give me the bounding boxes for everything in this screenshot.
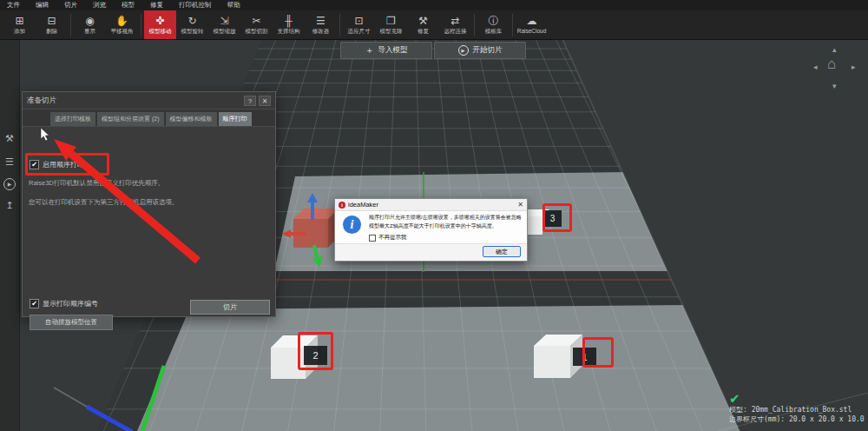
menu-item-slice[interactable]: 切片 bbox=[64, 1, 77, 10]
checkbox-checked-icon: ✔ bbox=[30, 299, 39, 308]
home-icon[interactable]: ⌂ bbox=[827, 56, 836, 73]
toolbar-button-rotate[interactable]: ↻ 模型旋转 bbox=[176, 10, 208, 39]
toolbar-label-delete: 删除 bbox=[46, 28, 57, 34]
toolbar-label-move: 模型移动 bbox=[149, 28, 172, 34]
origin-axis-tail bbox=[54, 388, 87, 407]
model-name: 20mm_Calibration_Box.stl bbox=[752, 406, 852, 414]
dialog-tabs: 选择打印模板 模型组和分层设置 (2) 模型偏移和模板 顺序打印 bbox=[23, 109, 275, 127]
toolbar-button-scale[interactable]: ⇲ 模型缩放 bbox=[208, 10, 240, 39]
tab-sequential-printing[interactable]: 顺序打印 bbox=[219, 112, 252, 126]
toolbar-label-show: 显示 bbox=[84, 28, 95, 34]
plus-icon: ＋ bbox=[365, 44, 374, 56]
warning-message-line-1: 顺序打印只允许主喷嘴/左喷嘴设置，多喷嘴相关的设置将会被忽略， bbox=[369, 214, 523, 222]
auto-arrange-button[interactable]: 自动摆放模型位置 bbox=[30, 315, 113, 330]
view-navigation: ▴ ◂ ⌂ ▸ ▾ bbox=[810, 45, 862, 96]
toolbar-button-move[interactable]: ✜ 模型移动 bbox=[144, 10, 176, 39]
dont-remind-label: 不再提示我 bbox=[378, 234, 407, 242]
hand-pan-icon: ✋ bbox=[115, 16, 128, 27]
ok-button[interactable]: 确定 bbox=[483, 246, 521, 257]
support-icon: ╫ bbox=[285, 16, 293, 27]
toolbar-button-add[interactable]: ⊞ 添加 bbox=[3, 10, 36, 39]
rotate-icon: ↻ bbox=[187, 16, 196, 27]
close-icon[interactable]: ✕ bbox=[517, 201, 523, 209]
menu-item-model[interactable]: 模型 bbox=[122, 1, 135, 10]
selected-model[interactable] bbox=[293, 209, 339, 248]
add-cube-icon: ⊞ bbox=[15, 16, 23, 27]
toolbar-label-modifier: 修改器 bbox=[312, 28, 330, 34]
menu-item-help[interactable]: 帮助 bbox=[227, 1, 240, 10]
toolbar-label-scale: 模型缩放 bbox=[214, 28, 236, 34]
menu-item-repair[interactable]: 修复 bbox=[150, 1, 163, 10]
bbox-value: 20.0 x 20.0 x 10.0 bbox=[789, 415, 865, 423]
toolbar-label-pan: 平移视角 bbox=[111, 28, 134, 34]
toolbar-button-delete[interactable]: ⊟ 删除 bbox=[36, 10, 68, 39]
info-icon: i bbox=[343, 216, 361, 234]
toolbar-separator bbox=[474, 14, 475, 36]
modifier-icon: ☰ bbox=[316, 16, 326, 27]
viewport-action-bar: ＋ 导入模型 ▶ 开始切片 bbox=[340, 42, 526, 59]
warning-title-bar[interactable]: i ideaMaker ✕ bbox=[335, 199, 527, 211]
play-circle-icon[interactable]: ▶ bbox=[3, 178, 16, 190]
toolbar-button-raisecloud[interactable]: ☁ RaiseCloud bbox=[516, 10, 548, 39]
cloud-icon: ☁ bbox=[527, 16, 537, 27]
menu-item-view[interactable]: 浏览 bbox=[93, 1, 106, 10]
toolbar-label-raisecloud: RaiseCloud bbox=[517, 28, 547, 34]
note-line-1: Raise3D打印机默认禁用自定义打印优先顺序。 bbox=[29, 179, 164, 188]
toolbar-button-modifier[interactable]: ☰ 修改器 bbox=[305, 10, 337, 39]
chevron-up-icon[interactable]: ▴ bbox=[832, 45, 837, 54]
toolbar-label-remote: 远程连接 bbox=[444, 28, 467, 34]
warning-dialog: i ideaMaker ✕ i 顺序打印只允许主喷嘴/左喷嘴设置，多喷嘴相关的设… bbox=[334, 198, 528, 262]
list-icon[interactable]: ☰ bbox=[0, 156, 19, 168]
toolbar-button-clone[interactable]: ❐ 模型克隆 bbox=[375, 10, 407, 39]
dialog-title-bar[interactable]: 准备切片 ? ✕ bbox=[23, 92, 275, 109]
help-button[interactable]: ? bbox=[244, 96, 256, 106]
move-icon: ✜ bbox=[155, 16, 164, 27]
toolbar-button-cut[interactable]: ✂ 模型切割 bbox=[240, 10, 273, 39]
toolbar-label-repair: 修复 bbox=[418, 28, 429, 34]
menu-item-printer-control[interactable]: 打印机控制 bbox=[179, 1, 212, 10]
ideamaker-logo-icon: i bbox=[339, 202, 345, 209]
toolbar-label-rotate: 模型旋转 bbox=[181, 28, 204, 34]
remote-icon: ⇄ bbox=[450, 16, 459, 27]
toolbar-label-cut: 模型切割 bbox=[246, 28, 268, 34]
annotation-box-1 bbox=[582, 337, 614, 368]
play-icon: ▶ bbox=[458, 45, 469, 56]
toolbar-separator bbox=[141, 14, 141, 36]
cut-icon: ✂ bbox=[252, 16, 260, 27]
import-model-label: 导入模型 bbox=[378, 45, 408, 56]
menu-item-edit[interactable]: 编辑 bbox=[36, 1, 49, 10]
import-model-button[interactable]: ＋ 导入模型 bbox=[340, 42, 432, 59]
toolbar-button-support[interactable]: ╫ 支撑结构 bbox=[273, 10, 305, 39]
upload-icon[interactable]: ↥ bbox=[0, 200, 19, 211]
chevron-left-icon[interactable]: ◂ bbox=[813, 63, 818, 71]
tab-model-offset-template[interactable]: 模型偏移和模板 bbox=[166, 112, 217, 126]
chevron-down-icon[interactable]: ▾ bbox=[832, 82, 837, 90]
toolbar-button-repair[interactable]: ⚒ 修复 bbox=[407, 10, 439, 39]
dont-remind-checkbox[interactable]: 不再提示我 bbox=[369, 234, 407, 242]
close-icon[interactable]: ✕ bbox=[259, 96, 271, 106]
tab-select-template[interactable]: 选择打印模板 bbox=[50, 112, 95, 126]
show-order-checkbox[interactable]: ✔ 显示打印顺序编号 bbox=[30, 299, 98, 308]
slice-button[interactable]: 切片 bbox=[190, 300, 270, 315]
dialog-title: 准备切片 bbox=[27, 96, 241, 106]
toolbar-button-remote[interactable]: ⇄ 远程连接 bbox=[439, 10, 471, 39]
toolbar-button-pan[interactable]: ✋ 平移视角 bbox=[106, 10, 138, 39]
toolbar-button-show[interactable]: ◉ 显示 bbox=[74, 10, 106, 39]
toolbar-label-fit: 适应尺寸 bbox=[348, 28, 371, 34]
menu-item-file[interactable]: 文件 bbox=[7, 1, 20, 10]
start-slice-button[interactable]: ▶ 开始切片 bbox=[434, 42, 526, 59]
toolbar-label-support: 支撑结构 bbox=[278, 28, 300, 34]
toolbar-button-fit[interactable]: ⊡ 适应尺寸 bbox=[343, 10, 375, 39]
bbox-label: 边界框尺寸(mm): bbox=[729, 415, 785, 423]
chevron-right-icon[interactable]: ▸ bbox=[852, 63, 856, 71]
prepare-slice-dialog: 准备切片 ? ✕ 选择打印模板 模型组和分层设置 (2) 模型偏移和模板 顺序打… bbox=[22, 91, 276, 317]
tab-group-layer-settings[interactable]: 模型组和分层设置 (2) bbox=[97, 112, 164, 126]
checkbox-unchecked-icon bbox=[369, 235, 376, 242]
toolbar-label-clone: 模型克隆 bbox=[380, 28, 403, 34]
fit-icon: ⊡ bbox=[354, 16, 363, 27]
eye-icon: ◉ bbox=[85, 16, 94, 27]
wrench-icon[interactable]: ⚒ bbox=[0, 133, 19, 144]
annotation-box-3 bbox=[542, 203, 572, 232]
toolbar-button-template[interactable]: ⓘ 模板库 bbox=[477, 10, 510, 39]
toolbar-separator bbox=[70, 14, 71, 36]
